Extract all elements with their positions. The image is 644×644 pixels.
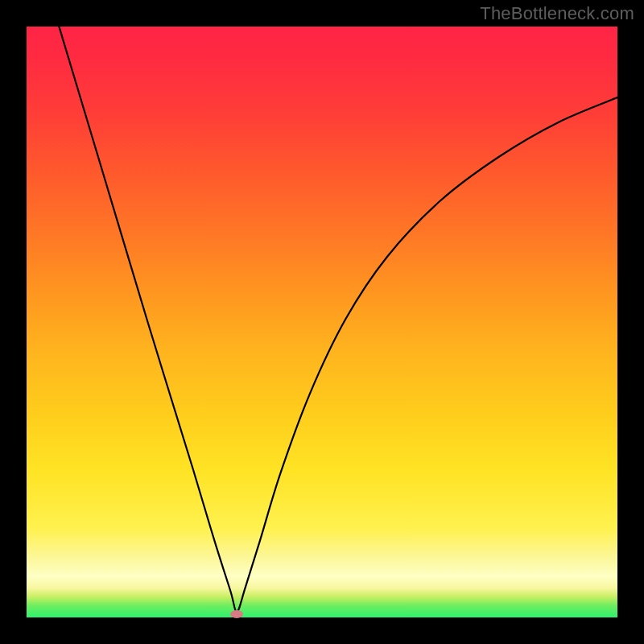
curve-path xyxy=(59,27,617,612)
watermark-text: TheBottleneck.com xyxy=(480,3,634,24)
bottleneck-curve xyxy=(27,27,617,617)
chart-frame: TheBottleneck.com xyxy=(0,0,644,644)
valley-marker xyxy=(230,610,243,618)
